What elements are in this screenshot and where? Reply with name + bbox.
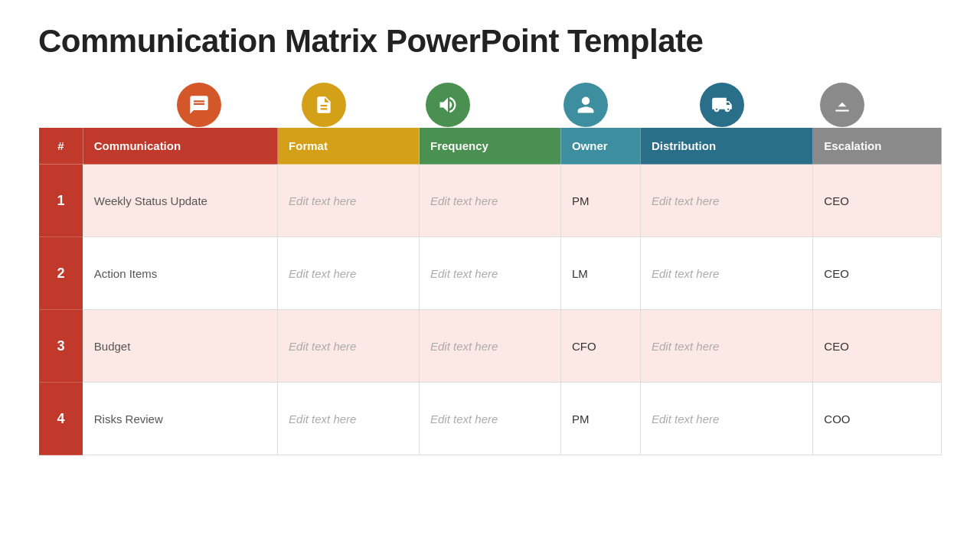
frequency-icon-bubble [387, 83, 509, 127]
col-header-communication: Communication [83, 128, 277, 165]
escalation-icon-bubble [781, 83, 903, 127]
row-2-distribution[interactable]: Edit text here [640, 237, 812, 310]
row-4-distribution[interactable]: Edit text here [640, 383, 812, 455]
row-2-frequency[interactable]: Edit text here [420, 237, 561, 310]
distribution-icon-bubble [662, 83, 781, 127]
col-header-distribution: Distribution [640, 128, 812, 165]
communication-icon-bubble [138, 83, 260, 127]
row-3-num: 3 [39, 310, 83, 383]
col-header-owner: Owner [560, 128, 640, 165]
col-header-frequency: Frequency [420, 128, 561, 165]
col-header-format: Format [278, 128, 420, 165]
row-2-format[interactable]: Edit text here [278, 237, 420, 310]
row-1-escalation[interactable]: CEO [813, 165, 942, 237]
row-3-distribution[interactable]: Edit text here [640, 310, 812, 383]
row-4-communication[interactable]: Risks Review [83, 383, 277, 455]
owner-icon-bubble [509, 83, 662, 127]
row-1-owner[interactable]: PM [560, 165, 640, 237]
row-1-format[interactable]: Edit text here [278, 165, 420, 237]
frequency-icon [426, 83, 470, 127]
table-row: 1 Weekly Status Update Edit text here Ed… [39, 165, 942, 237]
row-4-frequency[interactable]: Edit text here [420, 383, 561, 455]
table-row: 2 Action Items Edit text here Edit text … [39, 237, 942, 310]
row-1-frequency[interactable]: Edit text here [420, 165, 561, 237]
truck-icon [700, 83, 744, 127]
page-title: Communication Matrix PowerPoint Template [38, 23, 942, 60]
col-header-num: # [39, 128, 83, 165]
row-1-communication[interactable]: Weekly Status Update [83, 165, 277, 237]
table-row: 4 Risks Review Edit text here Edit text … [39, 383, 942, 455]
icons-row [138, 83, 942, 127]
chat-icon [177, 83, 221, 127]
row-2-owner[interactable]: LM [560, 237, 640, 310]
row-4-format[interactable]: Edit text here [278, 383, 420, 455]
row-3-frequency[interactable]: Edit text here [420, 310, 561, 383]
document-icon [302, 83, 346, 127]
row-2-num: 2 [39, 237, 83, 310]
row-4-owner[interactable]: PM [560, 383, 640, 455]
escalation-icon [820, 83, 864, 127]
row-4-escalation[interactable]: COO [813, 383, 942, 455]
format-icon-bubble [260, 83, 387, 127]
row-3-format[interactable]: Edit text here [278, 310, 420, 383]
row-1-num: 1 [39, 165, 83, 237]
row-3-owner[interactable]: CFO [560, 310, 640, 383]
row-3-escalation[interactable]: CEO [813, 310, 942, 383]
row-2-communication[interactable]: Action Items [83, 237, 277, 310]
row-3-communication[interactable]: Budget [83, 310, 277, 383]
table-row: 3 Budget Edit text here Edit text here C… [39, 310, 942, 383]
row-2-escalation[interactable]: CEO [813, 237, 942, 310]
row-4-num: 4 [39, 383, 83, 455]
col-header-escalation: Escalation [813, 128, 942, 165]
row-1-distribution[interactable]: Edit text here [640, 165, 812, 237]
person-icon [564, 83, 608, 127]
matrix-table: # Communication Format Frequency Owner D… [38, 127, 942, 455]
